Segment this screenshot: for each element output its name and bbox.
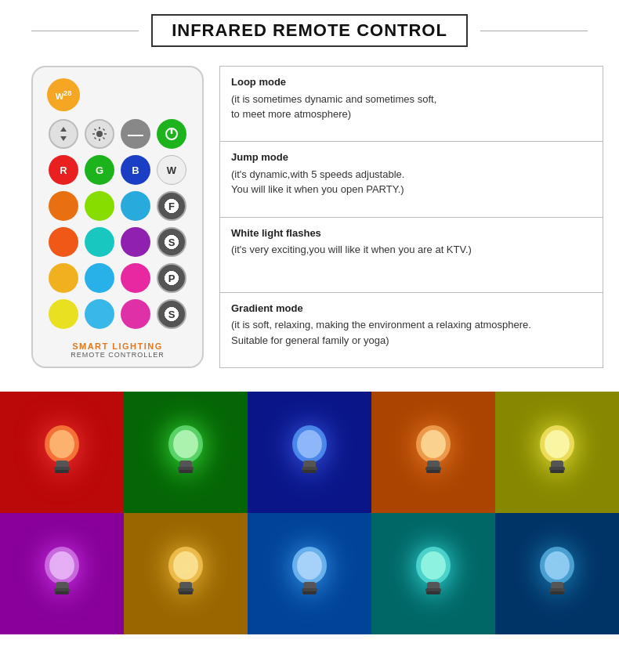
btn-minus[interactable]: —	[121, 119, 150, 149]
svg-point-54	[421, 551, 446, 580]
svg-rect-52	[302, 591, 317, 594]
btn-purple[interactable]	[121, 227, 150, 257]
svg-marker-0	[60, 127, 67, 132]
bulb-icon-red	[34, 417, 89, 488]
btn-lblue2[interactable]	[85, 299, 114, 329]
color-cell-yellow	[495, 392, 619, 513]
mode-gradient-title: Gradient mode	[231, 301, 592, 316]
svg-line-8	[103, 138, 105, 139]
btn-b[interactable]: B	[121, 155, 150, 185]
button-row-3: F	[49, 191, 186, 221]
remote-logo: W28	[47, 78, 80, 111]
svg-marker-1	[60, 136, 67, 141]
btn-sky[interactable]	[121, 191, 150, 221]
mode-loop-desc: (it is sometimes dynamic and sometimes s…	[231, 92, 592, 122]
svg-rect-27	[302, 470, 317, 473]
mode-loop-title: Loop mode	[231, 74, 592, 90]
bulb-icon-dark-blue	[530, 539, 585, 609]
bulb-icon-yellow	[530, 417, 585, 488]
bulb-icon-blue	[282, 417, 337, 488]
mode-gradient-desc: (it is soft, relaxing, making the enviro…	[231, 317, 592, 348]
svg-rect-42	[55, 591, 69, 594]
btn-g[interactable]: G	[85, 155, 114, 185]
mode-jump-title: Jump mode	[231, 150, 592, 165]
btn-cyan[interactable]	[85, 227, 114, 257]
button-row-6: S	[49, 299, 186, 329]
btn-orange[interactable]	[49, 191, 78, 221]
color-cell-teal	[371, 513, 495, 634]
remote-logo-sup: 28	[63, 89, 71, 97]
btn-arrows[interactable]	[49, 119, 78, 149]
button-row-2: R G B W	[49, 155, 186, 185]
color-cell-amber	[124, 513, 248, 634]
btn-s1[interactable]: S	[157, 227, 186, 257]
remote-logo-text: W28	[56, 89, 72, 101]
bulb-icon-teal	[406, 539, 461, 609]
svg-point-49	[297, 551, 322, 580]
header-line-left	[31, 31, 139, 31]
btn-s2[interactable]: S	[157, 299, 186, 329]
bulb-glow-royal-blue	[248, 513, 371, 634]
btn-f[interactable]: F	[157, 191, 186, 221]
btn-lime[interactable]	[85, 191, 114, 221]
color-cell-green	[124, 392, 248, 513]
btn-pink[interactable]	[121, 263, 150, 293]
bulb-glow-blue	[248, 392, 371, 513]
svg-rect-32	[426, 470, 440, 473]
color-cell-orange	[371, 392, 495, 513]
remote-control: W28	[31, 66, 204, 368]
color-cell-red	[0, 392, 124, 513]
button-row-5: P	[49, 263, 186, 293]
mode-descriptions: Loop mode (it is sometimes dynamic and s…	[219, 66, 603, 368]
sun-icon	[92, 126, 107, 142]
header-title: INFRARED REMOTE CONTROL	[172, 20, 447, 40]
mode-flash-desc: (it's very exciting,you will like it whe…	[231, 242, 592, 258]
header-section: INFRARED REMOTE CONTROL	[0, 0, 619, 58]
bulb-glow-yellow	[495, 392, 619, 513]
svg-rect-22	[179, 470, 193, 473]
header-title-box: INFRARED REMOTE CONTROL	[151, 14, 468, 47]
color-cell-royal-blue	[248, 513, 371, 634]
svg-point-14	[49, 430, 74, 458]
mode-jump-desc: (it's dynamic,with 5 speeds adjustable.Y…	[231, 167, 592, 197]
bulb-glow-red	[0, 392, 124, 513]
power-icon	[164, 126, 179, 142]
svg-point-29	[421, 430, 446, 458]
bulb-icon-purple	[34, 539, 89, 609]
btn-r[interactable]: R	[49, 155, 78, 185]
btn-power[interactable]	[157, 119, 186, 149]
svg-point-39	[49, 551, 74, 580]
svg-rect-57	[426, 591, 440, 594]
color-cell-purple	[0, 513, 124, 634]
btn-orange2[interactable]	[49, 227, 78, 257]
svg-line-10	[95, 138, 96, 139]
button-row-1: —	[49, 119, 186, 149]
remote-brand-top: SMART LIGHTING	[71, 341, 165, 351]
btn-p[interactable]: P	[157, 263, 186, 293]
arrows-icon	[55, 125, 72, 143]
svg-rect-47	[179, 591, 193, 594]
mode-jump: Jump mode (it's dynamic,with 5 speeds ad…	[219, 141, 603, 216]
btn-brightness-up[interactable]	[85, 119, 114, 149]
btn-w[interactable]: W	[157, 155, 186, 185]
mode-flash: White light flashes (it's very exciting,…	[219, 217, 603, 292]
bulb-icon-royal-blue	[282, 539, 337, 609]
mode-gradient: Gradient mode (it is soft, relaxing, mak…	[219, 292, 603, 368]
color-cell-dark-blue	[495, 513, 619, 634]
btn-yellow2[interactable]	[49, 299, 78, 329]
btn-lblue[interactable]	[85, 263, 114, 293]
remote-brand-bottom: REMOTE CONTROLLER	[71, 351, 165, 359]
svg-rect-17	[55, 470, 69, 473]
btn-yellow[interactable]	[49, 263, 78, 293]
color-cell-blue	[248, 392, 371, 513]
svg-point-44	[173, 551, 198, 580]
color-grid	[0, 392, 619, 634]
bulb-glow-green	[124, 392, 248, 513]
remote-section: W28	[0, 58, 619, 384]
svg-point-19	[173, 430, 198, 458]
header-line-right	[480, 31, 588, 31]
bulb-icon-amber	[158, 539, 213, 609]
svg-line-7	[95, 129, 96, 131]
svg-rect-62	[550, 591, 564, 594]
btn-pink2[interactable]	[121, 299, 150, 329]
